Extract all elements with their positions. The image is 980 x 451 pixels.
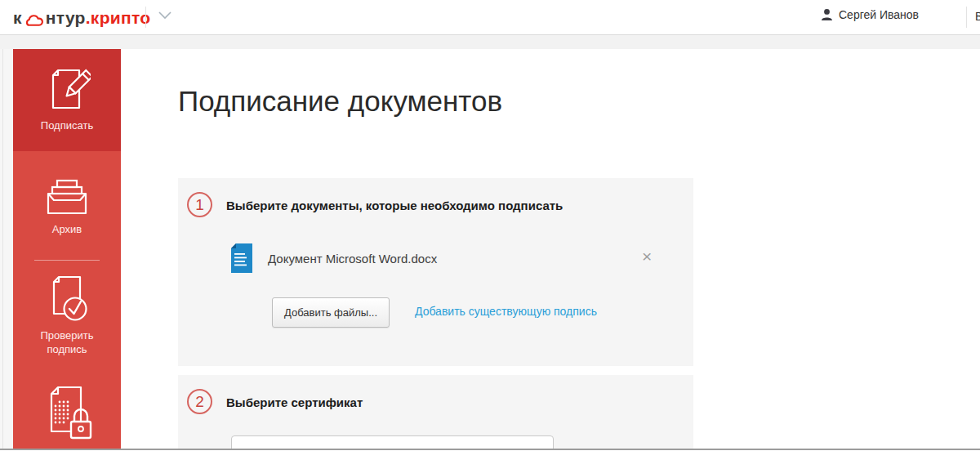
- step2-title: Выберите сертификат: [226, 395, 363, 409]
- page-title: Подписание документов: [178, 85, 502, 118]
- top-header: к нтур .крипто Сергей Иванов В: [0, 0, 980, 35]
- sidebar-label-archive: Архив: [13, 222, 121, 236]
- add-files-button[interactable]: Добавить файлы...: [272, 297, 390, 328]
- sidebar: Подписать Архив Проверить подпись: [13, 49, 121, 449]
- header-divider: [145, 7, 146, 28]
- sidebar-item-encrypt[interactable]: [13, 384, 121, 449]
- remove-file-close-icon[interactable]: ×: [642, 248, 652, 265]
- logo-text-ntur: нтур: [46, 8, 86, 28]
- left-gutter-line: [2, 49, 3, 449]
- header-right-link-truncated[interactable]: В: [975, 10, 980, 23]
- sidebar-item-verify[interactable]: Проверить подпись: [13, 273, 121, 359]
- step2-choose-certificate: 2 Выберите сертификат: [178, 375, 693, 449]
- logo-text-k: к: [13, 8, 22, 28]
- verify-signature-check-icon: [13, 273, 121, 325]
- app-logo[interactable]: к нтур .крипто: [13, 7, 150, 29]
- file-name: Документ Microsoft Word.docx: [268, 252, 437, 266]
- certificate-select[interactable]: [231, 435, 554, 449]
- sidebar-label-verify: Проверить подпись: [13, 328, 121, 356]
- header-sub-band: [0, 35, 980, 49]
- step1-choose-documents: 1 Выберите документы, которые необходимо…: [178, 178, 693, 366]
- sidebar-label-sign: Подписать: [13, 118, 121, 132]
- user-account[interactable]: Сергей Иванов: [821, 8, 919, 21]
- add-existing-signature-link[interactable]: Добавить существующую подпись: [415, 305, 597, 318]
- sidebar-item-sign[interactable]: Подписать: [13, 49, 121, 151]
- archive-box-icon: [13, 178, 121, 216]
- step1-title: Выберите документы, которые необходимо п…: [226, 199, 563, 212]
- encrypt-document-lock-icon: [13, 384, 121, 443]
- sign-document-pencil-icon: [13, 64, 121, 114]
- logo-text-krypto: .крипто: [86, 8, 151, 28]
- file-row: Документ Microsoft Word.docx ×: [230, 243, 671, 277]
- cloud-o-icon: [22, 9, 46, 28]
- person-icon: [821, 8, 833, 21]
- sidebar-item-archive[interactable]: Архив: [13, 178, 121, 240]
- step2-number-badge: 2: [187, 389, 212, 414]
- products-chevron-down-icon[interactable]: [157, 11, 173, 24]
- user-name: Сергей Иванов: [839, 8, 919, 21]
- sidebar-divider: [34, 260, 100, 261]
- header-divider-right: [966, 7, 967, 28]
- step1-number-badge: 1: [187, 192, 212, 217]
- viewport-bottom-edge: [0, 449, 980, 450]
